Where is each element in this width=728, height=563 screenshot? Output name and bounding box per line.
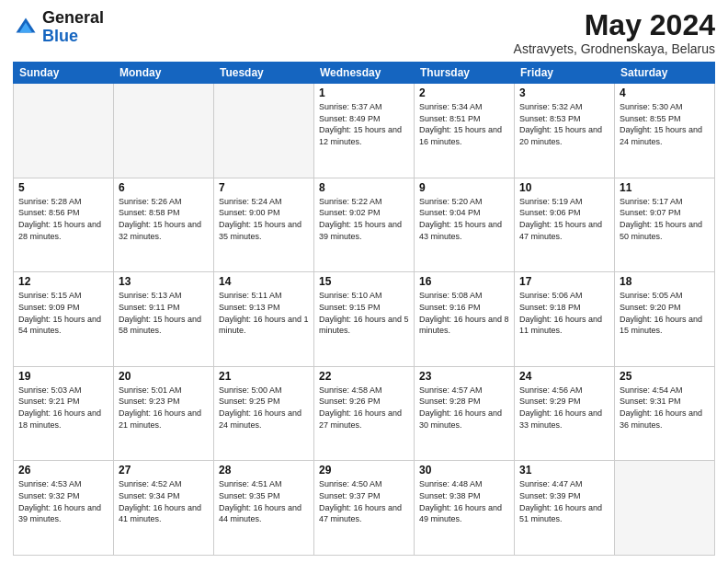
day-info: Sunrise: 4:56 AM Sunset: 9:29 PM Dayligh… (519, 385, 609, 431)
calendar-cell: 24Sunrise: 4:56 AM Sunset: 9:29 PM Dayli… (515, 366, 615, 461)
day-number: 12 (18, 275, 108, 288)
day-info: Sunrise: 5:01 AM Sunset: 9:23 PM Dayligh… (119, 385, 209, 431)
calendar-cell: 13Sunrise: 5:13 AM Sunset: 9:11 PM Dayli… (114, 272, 214, 367)
calendar-cell: 18Sunrise: 5:05 AM Sunset: 9:20 PM Dayli… (615, 272, 715, 367)
calendar-cell (114, 84, 214, 178)
logo-icon (13, 15, 39, 40)
day-info: Sunrise: 5:34 AM Sunset: 8:51 PM Dayligh… (419, 101, 509, 147)
calendar-cell: 19Sunrise: 5:03 AM Sunset: 9:21 PM Dayli… (14, 366, 114, 461)
day-info: Sunrise: 4:53 AM Sunset: 9:32 PM Dayligh… (18, 478, 108, 524)
day-info: Sunrise: 5:15 AM Sunset: 9:09 PM Dayligh… (18, 290, 108, 336)
day-info: Sunrise: 5:24 AM Sunset: 9:00 PM Dayligh… (219, 196, 309, 242)
day-info: Sunrise: 4:54 AM Sunset: 9:31 PM Dayligh… (620, 385, 710, 431)
day-number: 28 (219, 464, 309, 477)
calendar-cell: 28Sunrise: 4:51 AM Sunset: 9:35 PM Dayli… (214, 461, 314, 556)
day-info: Sunrise: 5:20 AM Sunset: 9:04 PM Dayligh… (419, 196, 509, 242)
day-info: Sunrise: 4:47 AM Sunset: 9:39 PM Dayligh… (519, 478, 609, 524)
calendar-header-tuesday: Tuesday (214, 63, 314, 84)
calendar-week-5: 26Sunrise: 4:53 AM Sunset: 9:32 PM Dayli… (14, 461, 715, 556)
day-info: Sunrise: 5:22 AM Sunset: 9:02 PM Dayligh… (319, 196, 409, 242)
day-number: 2 (419, 86, 509, 99)
calendar-cell: 2Sunrise: 5:34 AM Sunset: 8:51 PM Daylig… (415, 84, 515, 178)
day-number: 14 (219, 275, 309, 288)
day-info: Sunrise: 5:00 AM Sunset: 9:25 PM Dayligh… (219, 385, 309, 431)
day-info: Sunrise: 5:19 AM Sunset: 9:06 PM Dayligh… (519, 196, 609, 242)
day-number: 27 (119, 464, 209, 477)
day-number: 6 (119, 181, 209, 194)
day-number: 17 (519, 275, 609, 288)
calendar-week-1: 1Sunrise: 5:37 AM Sunset: 8:49 PM Daylig… (14, 84, 715, 178)
calendar-cell: 22Sunrise: 4:58 AM Sunset: 9:26 PM Dayli… (314, 366, 415, 461)
calendar-header-thursday: Thursday (415, 63, 515, 84)
day-info: Sunrise: 5:05 AM Sunset: 9:20 PM Dayligh… (620, 290, 710, 336)
calendar-header-sunday: Sunday (14, 63, 114, 84)
calendar-cell: 12Sunrise: 5:15 AM Sunset: 9:09 PM Dayli… (14, 272, 114, 367)
calendar-cell: 21Sunrise: 5:00 AM Sunset: 9:25 PM Dayli… (214, 366, 314, 461)
header-right: May 2024 Astravyets, Grodnenskaya, Belar… (514, 9, 715, 56)
day-info: Sunrise: 4:52 AM Sunset: 9:34 PM Dayligh… (119, 478, 209, 524)
logo-blue: Blue (42, 27, 78, 45)
calendar-header-monday: Monday (114, 63, 214, 84)
day-number: 10 (519, 181, 609, 194)
calendar-cell: 8Sunrise: 5:22 AM Sunset: 9:02 PM Daylig… (314, 178, 415, 272)
day-info: Sunrise: 5:26 AM Sunset: 8:58 PM Dayligh… (119, 196, 209, 242)
calendar-header-saturday: Saturday (615, 63, 715, 84)
day-number: 9 (419, 181, 509, 194)
calendar-header-row: SundayMondayTuesdayWednesdayThursdayFrid… (14, 63, 715, 84)
calendar-cell: 26Sunrise: 4:53 AM Sunset: 9:32 PM Dayli… (14, 461, 114, 556)
day-info: Sunrise: 5:11 AM Sunset: 9:13 PM Dayligh… (219, 290, 309, 336)
calendar-header-friday: Friday (515, 63, 615, 84)
logo: General Blue (13, 9, 104, 46)
day-info: Sunrise: 5:32 AM Sunset: 8:53 PM Dayligh… (519, 101, 609, 147)
calendar-cell: 16Sunrise: 5:08 AM Sunset: 9:16 PM Dayli… (415, 272, 515, 367)
day-number: 11 (620, 181, 710, 194)
header: General Blue May 2024 Astravyets, Grodne… (13, 9, 715, 56)
day-number: 23 (419, 370, 509, 383)
day-number: 31 (519, 464, 609, 477)
day-number: 13 (119, 275, 209, 288)
calendar-cell: 27Sunrise: 4:52 AM Sunset: 9:34 PM Dayli… (114, 461, 214, 556)
day-info: Sunrise: 5:37 AM Sunset: 8:49 PM Dayligh… (319, 101, 409, 147)
day-number: 19 (18, 370, 108, 383)
day-number: 3 (519, 86, 609, 99)
day-number: 24 (519, 370, 609, 383)
calendar-cell (214, 84, 314, 178)
calendar-cell: 31Sunrise: 4:47 AM Sunset: 9:39 PM Dayli… (515, 461, 615, 556)
logo-text: General Blue (42, 9, 104, 46)
calendar-cell: 14Sunrise: 5:11 AM Sunset: 9:13 PM Dayli… (214, 272, 314, 367)
day-number: 16 (419, 275, 509, 288)
day-number: 26 (18, 464, 108, 477)
calendar-cell: 9Sunrise: 5:20 AM Sunset: 9:04 PM Daylig… (415, 178, 515, 272)
calendar-cell (615, 461, 715, 556)
day-number: 4 (620, 86, 710, 99)
day-number: 25 (620, 370, 710, 383)
day-number: 8 (319, 181, 409, 194)
day-info: Sunrise: 5:28 AM Sunset: 8:56 PM Dayligh… (18, 196, 108, 242)
calendar-cell: 25Sunrise: 4:54 AM Sunset: 9:31 PM Dayli… (615, 366, 715, 461)
calendar-cell: 29Sunrise: 4:50 AM Sunset: 9:37 PM Dayli… (314, 461, 415, 556)
day-number: 1 (319, 86, 409, 99)
logo-general: General (42, 8, 104, 27)
calendar-cell: 1Sunrise: 5:37 AM Sunset: 8:49 PM Daylig… (314, 84, 415, 178)
day-number: 15 (319, 275, 409, 288)
day-info: Sunrise: 5:17 AM Sunset: 9:07 PM Dayligh… (620, 196, 710, 242)
day-info: Sunrise: 5:30 AM Sunset: 8:55 PM Dayligh… (620, 101, 710, 147)
day-info: Sunrise: 5:03 AM Sunset: 9:21 PM Dayligh… (18, 385, 108, 431)
calendar-cell (14, 84, 114, 178)
day-info: Sunrise: 4:58 AM Sunset: 9:26 PM Dayligh… (319, 385, 409, 431)
calendar-cell: 23Sunrise: 4:57 AM Sunset: 9:28 PM Dayli… (415, 366, 515, 461)
calendar-cell: 20Sunrise: 5:01 AM Sunset: 9:23 PM Dayli… (114, 366, 214, 461)
calendar-table: SundayMondayTuesdayWednesdayThursdayFrid… (13, 62, 715, 556)
day-number: 29 (319, 464, 409, 477)
day-info: Sunrise: 4:48 AM Sunset: 9:38 PM Dayligh… (419, 478, 509, 524)
day-info: Sunrise: 4:51 AM Sunset: 9:35 PM Dayligh… (219, 478, 309, 524)
page: General Blue May 2024 Astravyets, Grodne… (0, 0, 728, 563)
day-info: Sunrise: 4:57 AM Sunset: 9:28 PM Dayligh… (419, 385, 509, 431)
calendar-week-3: 12Sunrise: 5:15 AM Sunset: 9:09 PM Dayli… (14, 272, 715, 367)
day-info: Sunrise: 4:50 AM Sunset: 9:37 PM Dayligh… (319, 478, 409, 524)
calendar-week-2: 5Sunrise: 5:28 AM Sunset: 8:56 PM Daylig… (14, 178, 715, 272)
calendar-header-wednesday: Wednesday (314, 63, 415, 84)
calendar-week-4: 19Sunrise: 5:03 AM Sunset: 9:21 PM Dayli… (14, 366, 715, 461)
day-number: 18 (620, 275, 710, 288)
day-info: Sunrise: 5:06 AM Sunset: 9:18 PM Dayligh… (519, 290, 609, 336)
